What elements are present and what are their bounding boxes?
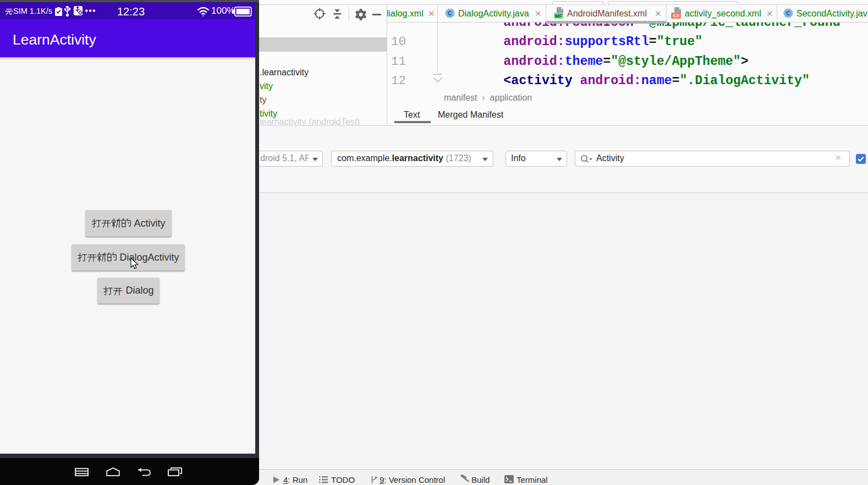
svg-text:C: C (448, 10, 452, 16)
svg-text:C: C (786, 10, 790, 16)
svg-text:MF: MF (555, 13, 562, 19)
